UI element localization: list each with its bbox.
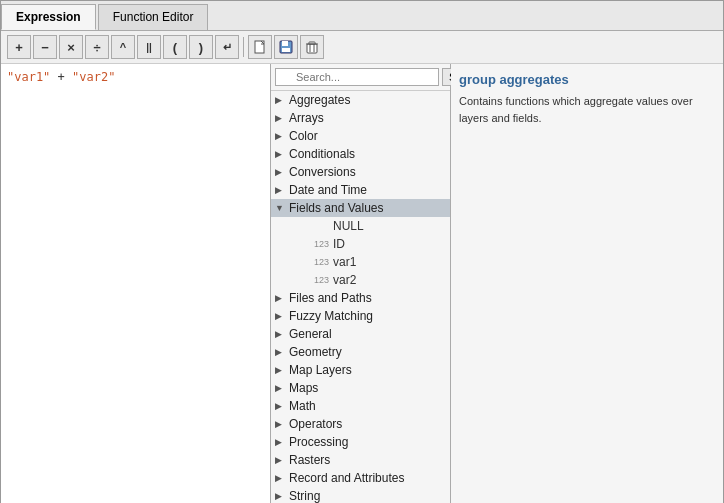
- subitem-var1-label: var1: [333, 255, 356, 269]
- tree-item-string[interactable]: ▶ String: [271, 487, 450, 503]
- arrow-general: ▶: [275, 329, 289, 339]
- label-math: Math: [289, 399, 446, 413]
- concat-button[interactable]: ||: [137, 35, 161, 59]
- tree-item-processing[interactable]: ▶ Processing: [271, 433, 450, 451]
- arrow-fields-and-values: ▼: [275, 203, 289, 213]
- label-fields-and-values: Fields and Values: [289, 201, 446, 215]
- label-color: Color: [289, 129, 446, 143]
- expression-pane: "var1" + "var2" Output preview: 1100: [1, 64, 271, 503]
- separator: [243, 37, 244, 57]
- help-pane: group aggregates Contains functions whic…: [451, 64, 723, 503]
- label-processing: Processing: [289, 435, 446, 449]
- arrow-geometry: ▶: [275, 347, 289, 357]
- subitem-var2-label: var2: [333, 273, 356, 287]
- tree-item-rasters[interactable]: ▶ Rasters: [271, 451, 450, 469]
- tree-item-general[interactable]: ▶ General: [271, 325, 450, 343]
- subitem-id-label: ID: [333, 237, 345, 251]
- tree-item-conversions[interactable]: ▶ Conversions: [271, 163, 450, 181]
- arrow-maps: ▶: [275, 383, 289, 393]
- search-wrapper: 🔍: [275, 68, 439, 86]
- close-paren-button[interactable]: ): [189, 35, 213, 59]
- tree-subitem-var2[interactable]: 123 var2: [271, 271, 450, 289]
- divide-button[interactable]: ÷: [85, 35, 109, 59]
- tree-subitem-null[interactable]: NULL: [271, 217, 450, 235]
- tree-item-files-and-paths[interactable]: ▶ Files and Paths: [271, 289, 450, 307]
- minus-button[interactable]: −: [33, 35, 57, 59]
- var2-icon: 123: [299, 275, 329, 285]
- label-string: String: [289, 489, 446, 503]
- arrow-math: ▶: [275, 401, 289, 411]
- tree-item-date-and-time[interactable]: ▶ Date and Time: [271, 181, 450, 199]
- tree-item-operators[interactable]: ▶ Operators: [271, 415, 450, 433]
- svg-rect-4: [307, 44, 317, 53]
- help-body: Contains functions which aggregate value…: [459, 93, 715, 126]
- function-tree: ▶ Aggregates ▶ Arrays ▶ Color ▶ Conditio…: [271, 91, 450, 503]
- tree-item-color[interactable]: ▶ Color: [271, 127, 450, 145]
- power-button[interactable]: ^: [111, 35, 135, 59]
- expr-var1: "var1": [7, 70, 50, 84]
- tree-subitem-var1[interactable]: 123 var1: [271, 253, 450, 271]
- tree-item-aggregates[interactable]: ▶ Aggregates: [271, 91, 450, 109]
- save-button[interactable]: [274, 35, 298, 59]
- svg-rect-3: [282, 48, 290, 52]
- arrow-fuzzy-matching: ▶: [275, 311, 289, 321]
- expression-editor[interactable]: "var1" + "var2": [1, 64, 270, 503]
- tree-item-record-and-attributes[interactable]: ▶ Record and Attributes: [271, 469, 450, 487]
- tree-item-math[interactable]: ▶ Math: [271, 397, 450, 415]
- arrow-arrays: ▶: [275, 113, 289, 123]
- tree-item-arrays[interactable]: ▶ Arrays: [271, 109, 450, 127]
- main-window: Expression Function Editor + − × ÷ ^ || …: [0, 0, 724, 503]
- expression-text: "var1" + "var2": [7, 70, 115, 84]
- label-aggregates: Aggregates: [289, 93, 446, 107]
- tree-item-geometry[interactable]: ▶ Geometry: [271, 343, 450, 361]
- tree-item-fields-and-values[interactable]: ▼ Fields and Values: [271, 199, 450, 217]
- label-record-and-attributes: Record and Attributes: [289, 471, 446, 485]
- expr-op: +: [50, 70, 72, 84]
- delete-button[interactable]: [300, 35, 324, 59]
- label-conversions: Conversions: [289, 165, 446, 179]
- subitem-null-label: NULL: [333, 219, 364, 233]
- label-date-and-time: Date and Time: [289, 183, 446, 197]
- content-area: "var1" + "var2" Output preview: 1100 🔍 S…: [1, 64, 723, 503]
- arrow-conversions: ▶: [275, 167, 289, 177]
- arrow-string: ▶: [275, 491, 289, 501]
- arrow-record-and-attributes: ▶: [275, 473, 289, 483]
- label-geometry: Geometry: [289, 345, 446, 359]
- svg-rect-2: [282, 41, 288, 46]
- tree-subitem-id[interactable]: 123 ID: [271, 235, 450, 253]
- label-maps: Maps: [289, 381, 446, 395]
- tree-item-map-layers[interactable]: ▶ Map Layers: [271, 361, 450, 379]
- label-files-and-paths: Files and Paths: [289, 291, 446, 305]
- arrow-aggregates: ▶: [275, 95, 289, 105]
- tab-expression[interactable]: Expression: [1, 4, 96, 30]
- arrow-rasters: ▶: [275, 455, 289, 465]
- label-conditionals: Conditionals: [289, 147, 446, 161]
- plus-button[interactable]: +: [7, 35, 31, 59]
- id-icon: 123: [299, 239, 329, 249]
- tab-function-editor[interactable]: Function Editor: [98, 4, 209, 30]
- tree-item-maps[interactable]: ▶ Maps: [271, 379, 450, 397]
- multiply-button[interactable]: ×: [59, 35, 83, 59]
- help-title: group aggregates: [459, 72, 715, 87]
- arrow-operators: ▶: [275, 419, 289, 429]
- arrow-files-and-paths: ▶: [275, 293, 289, 303]
- tree-item-fuzzy-matching[interactable]: ▶ Fuzzy Matching: [271, 307, 450, 325]
- open-paren-button[interactable]: (: [163, 35, 187, 59]
- expr-var2: "var2": [72, 70, 115, 84]
- label-arrays: Arrays: [289, 111, 446, 125]
- label-map-layers: Map Layers: [289, 363, 446, 377]
- search-area: 🔍 Show Help: [271, 64, 450, 91]
- search-input[interactable]: [275, 68, 439, 86]
- label-operators: Operators: [289, 417, 446, 431]
- var1-icon: 123: [299, 257, 329, 267]
- tree-item-conditionals[interactable]: ▶ Conditionals: [271, 145, 450, 163]
- arrow-date-and-time: ▶: [275, 185, 289, 195]
- label-fuzzy-matching: Fuzzy Matching: [289, 309, 446, 323]
- new-file-button[interactable]: [248, 35, 272, 59]
- tab-bar: Expression Function Editor: [1, 1, 723, 31]
- label-rasters: Rasters: [289, 453, 446, 467]
- label-general: General: [289, 327, 446, 341]
- arrow-processing: ▶: [275, 437, 289, 447]
- newline-button[interactable]: ↵: [215, 35, 239, 59]
- arrow-conditionals: ▶: [275, 149, 289, 159]
